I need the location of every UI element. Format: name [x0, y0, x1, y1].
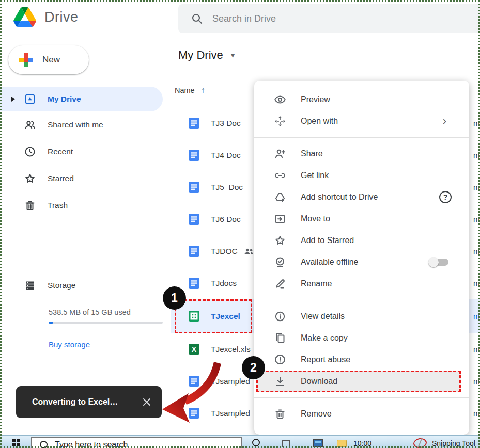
sort-ascending-icon[interactable]: ↑	[201, 86, 205, 95]
step-badge-2: 2	[242, 356, 265, 379]
file-name: TJ6 Doc	[211, 215, 241, 224]
menu-item-add-shortcut[interactable]: Add shortcut to Drive ?	[254, 186, 469, 208]
file-name: TJsampled	[211, 377, 250, 386]
google-doc-icon	[188, 117, 200, 130]
eye-icon	[274, 93, 286, 106]
person-add-icon	[274, 148, 286, 160]
search-input[interactable]	[212, 13, 429, 24]
drive-search-bar[interactable]	[178, 4, 480, 33]
taskbar-search-box[interactable]: Type here to search	[31, 437, 242, 448]
owner-label: me	[473, 312, 480, 321]
storage-progress-fill	[49, 322, 53, 324]
offline-toggle[interactable]	[430, 259, 448, 266]
file-name: TJ4 Doc	[211, 151, 241, 160]
google-plus-icon	[19, 53, 33, 67]
page-title: My Drive	[178, 49, 223, 62]
menu-item-download[interactable]: Download	[256, 371, 461, 392]
dropdown-caret-icon[interactable]: ▾	[231, 51, 235, 60]
menu-item-move-to[interactable]: Move to	[254, 208, 469, 230]
conversion-toast: Converting to Excel…	[16, 386, 162, 418]
sidebar: New My Drive Shared with me Recent	[0, 37, 171, 436]
menu-item-make-a-copy[interactable]: Make a copy	[254, 327, 469, 349]
sidebar-item-trash[interactable]: Trash	[0, 192, 171, 219]
owner-label: me	[473, 215, 480, 223]
open-with-icon	[274, 115, 286, 127]
trash-icon	[274, 408, 286, 420]
snipping-tool-icon[interactable]	[413, 437, 427, 448]
link-icon	[274, 169, 286, 182]
google-doc-icon	[188, 245, 200, 258]
new-button[interactable]: New	[8, 45, 89, 74]
sidebar-item-storage[interactable]: Storage	[0, 272, 171, 299]
report-abuse-icon	[274, 354, 286, 366]
file-explorer-icon[interactable]	[337, 440, 347, 447]
menu-item-preview[interactable]: Preview	[254, 89, 469, 110]
owner-label: me	[473, 247, 480, 255]
file-name: TJ3 Doc	[211, 119, 241, 128]
file-name: TJ5 Doc	[211, 183, 243, 192]
storage-icon	[24, 279, 36, 292]
taskbar-clock: 10:00	[353, 439, 371, 447]
task-view-icon[interactable]	[282, 440, 290, 447]
close-icon[interactable]	[142, 397, 151, 407]
menu-item-view-details[interactable]: View details	[254, 306, 469, 327]
menu-item-share[interactable]: Share	[254, 143, 469, 165]
sidebar-item-label: Storage	[48, 281, 75, 290]
owner-label: me	[473, 279, 480, 287]
sidebar-item-my-drive[interactable]: My Drive	[0, 87, 163, 111]
taskbar-search-icon	[40, 441, 48, 448]
new-button-label: New	[42, 55, 60, 65]
menu-divider	[254, 300, 469, 300]
file-name: TJexcel	[211, 312, 240, 321]
menu-item-report-abuse[interactable]: Report abuse	[254, 349, 469, 371]
excel-file-icon: X	[188, 343, 200, 356]
help-icon[interactable]: ?	[439, 191, 452, 203]
app-window-icon[interactable]	[313, 439, 323, 447]
sidebar-item-label: Starred	[48, 174, 74, 183]
breadcrumb-my-drive[interactable]: My Drive ▾	[178, 49, 235, 62]
top-bar: Drive	[0, 0, 480, 37]
move-to-icon	[274, 213, 286, 225]
owner-label: me	[473, 151, 480, 159]
windows-start-icon[interactable]	[12, 439, 20, 446]
buy-storage-link[interactable]: Buy storage	[49, 340, 90, 349]
menu-divider	[254, 137, 469, 138]
menu-item-rename[interactable]: Rename	[254, 273, 469, 295]
shared-people-icon	[244, 247, 254, 255]
google-doc-icon	[188, 181, 200, 194]
storage-section: Storage 538.5 MB of 15 GB used Buy stora…	[0, 272, 171, 349]
menu-item-available-offline[interactable]: Available offline	[254, 251, 469, 273]
snipping-tool-label: Snipping Tool	[432, 439, 475, 447]
google-doc-icon	[188, 407, 200, 420]
sidebar-item-starred[interactable]: Starred	[0, 165, 171, 192]
menu-item-add-to-starred[interactable]: Add to Starred	[254, 230, 469, 251]
menu-item-open-with[interactable]: Open with ›	[254, 110, 469, 132]
sidebar-item-label: My Drive	[48, 94, 81, 104]
header-divider	[171, 70, 480, 70]
cortana-icon[interactable]	[252, 439, 260, 446]
drive-brand: Drive	[13, 7, 79, 27]
menu-item-remove[interactable]: Remove	[254, 403, 469, 425]
sidebar-item-shared-with-me[interactable]: Shared with me	[0, 111, 171, 138]
google-drive-window: Drive New My Drive	[0, 0, 480, 448]
offline-check-icon	[274, 256, 286, 268]
trash-icon	[24, 199, 36, 212]
owner-label: me	[473, 183, 480, 191]
sidebar-item-recent[interactable]: Recent	[0, 138, 171, 165]
submenu-chevron-icon: ›	[443, 116, 446, 127]
sidebar-item-label: Trash	[48, 201, 68, 210]
google-doc-icon	[188, 277, 200, 290]
google-doc-icon	[188, 375, 200, 388]
expand-arrow-icon[interactable]	[11, 97, 15, 102]
context-menu: Preview Open with › Share Get link Add s…	[254, 81, 469, 435]
download-icon	[274, 375, 286, 388]
sidebar-item-label: Recent	[48, 147, 73, 156]
storage-progress-bar	[49, 322, 163, 324]
my-drive-icon	[24, 93, 36, 105]
drive-shortcut-icon	[274, 191, 286, 203]
file-name: TJdocs	[211, 279, 237, 288]
search-icon	[191, 12, 203, 25]
google-sheet-icon	[188, 310, 200, 323]
name-column-header[interactable]: Name ↑	[175, 86, 205, 95]
menu-item-get-link[interactable]: Get link	[254, 165, 469, 186]
